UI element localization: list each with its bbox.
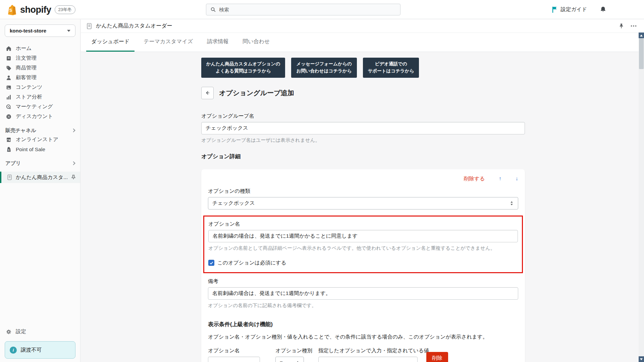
sidebar-item-products[interactable]: 商品管理 (0, 63, 80, 73)
tab-dashboard[interactable]: ダッシュボード (86, 33, 135, 52)
note-help: オプションの名前の下に記載される備考欄です。 (208, 302, 518, 309)
delete-option-link[interactable]: 削除する (464, 175, 485, 182)
required-option-checkbox-row[interactable]: このオプションは必須にする (208, 259, 518, 266)
transfer-status-banner: i 譲渡不可 (5, 341, 75, 359)
person-icon (5, 75, 12, 81)
move-up-link[interactable]: ↑ (499, 176, 502, 182)
back-button[interactable] (201, 87, 214, 99)
condition-row: オプション名 オプション種別 = 指定したオプションで入力・指定されている値 (208, 347, 518, 362)
topbar-actions: 設定ガイド (552, 0, 606, 19)
display-conditions-heading: 表示条件(上級者向け機能) (208, 321, 518, 328)
video-support-link-button[interactable]: ビデオ通話での サポートはコチラから (363, 58, 419, 78)
condition-name-input[interactable] (208, 357, 260, 362)
sidebar-item-orders[interactable]: 注文管理 (0, 53, 80, 63)
image-icon (5, 84, 12, 90)
scrollbar-thumb[interactable] (639, 38, 644, 69)
option-details-heading: オプション詳細 (201, 153, 525, 160)
page-title: オプショングループ追加 (219, 88, 294, 98)
search-bar[interactable] (206, 4, 400, 15)
vertical-scrollbar[interactable] (639, 33, 644, 362)
app-header: かんたん商品カスタムオーダー (81, 19, 644, 33)
tab-contact[interactable]: 問い合わせ (237, 33, 275, 52)
page-title-row: オプショングループ追加 (201, 87, 525, 99)
search-icon (210, 7, 216, 12)
shopify-bag-icon: S (7, 4, 17, 15)
contact-form-link-button[interactable]: メッセージフォームからの お問い合わせはコチラから (291, 58, 357, 78)
info-icon: i (10, 347, 17, 354)
checkbox-checked-icon[interactable] (208, 260, 214, 266)
more-options-icon[interactable] (631, 25, 637, 27)
storefront-icon (5, 137, 12, 143)
tab-theme-customize[interactable]: テーマカスタマイズ (139, 33, 198, 52)
tab-bar: ダッシュボード テーマカスタマイズ 請求情報 問い合わせ (81, 33, 644, 52)
pin-icon[interactable] (71, 175, 76, 180)
note-input[interactable] (208, 287, 518, 300)
app-document-icon (7, 174, 12, 180)
tab-billing[interactable]: 請求情報 (202, 33, 233, 52)
move-down-link[interactable]: ↓ (516, 176, 518, 182)
sidebar-item-settings[interactable]: 設定 (0, 327, 80, 337)
sidebar-item-pos[interactable]: S Point of Sale (0, 144, 80, 154)
condition-value-label: 指定したオプションで入力・指定されている値 (318, 347, 418, 354)
flag-icon (552, 6, 557, 13)
sidebar-nav: ホーム 注文管理 商品管理 顧客管理 コンテンツ ストア分析 マーケティング (0, 44, 80, 121)
app-title: かんたん商品カスタムオーダー (96, 22, 615, 29)
target-icon (5, 104, 12, 110)
sidebar-item-content[interactable]: コンテンツ (0, 82, 80, 92)
scroll-up-button[interactable] (639, 33, 644, 38)
sidebar-item-online-store[interactable]: オンラインストア (0, 135, 80, 144)
sidebar-item-marketing[interactable]: マーケティング (0, 102, 80, 112)
option-name-help: オプションの名前として商品詳細ページへ表示されるラベルです。他で使われているオプ… (208, 245, 518, 251)
option-type-field: オプションの種類 チェックボックス (208, 188, 518, 209)
scroll-down-button[interactable] (639, 356, 644, 362)
chevron-right-icon (71, 161, 75, 165)
sidebar-item-analytics[interactable]: ストア分析 (0, 92, 80, 102)
sidebar-item-discounts[interactable]: ディスカウント (0, 112, 80, 121)
triangle-down-icon (640, 358, 643, 360)
triangle-up-icon (640, 35, 643, 37)
discount-icon (5, 114, 12, 120)
home-icon (5, 46, 12, 52)
chevron-right-icon (71, 128, 75, 132)
app-document-icon (86, 23, 92, 29)
option-group-name-input[interactable] (201, 122, 525, 134)
gear-icon (5, 329, 12, 335)
condition-delete-button[interactable]: 削除 (426, 352, 448, 362)
setup-guide-link[interactable]: 設定ガイド (552, 6, 587, 13)
transfer-status-label: 譲渡不可 (21, 347, 42, 354)
pos-bag-icon: S (5, 146, 12, 153)
apps-header[interactable]: アプリ (0, 159, 80, 168)
faq-link-button[interactable]: かんたん商品カスタムオプションの よくある質問はコチラから (201, 58, 285, 78)
condition-name-label: オプション名 (208, 347, 260, 354)
svg-text:S: S (8, 148, 9, 152)
condition-value-input[interactable] (318, 357, 418, 362)
store-name: kono-test-store (10, 28, 46, 34)
sidebar: kono-test-store ホーム 注文管理 商品管理 顧客管理 コンテンツ… (0, 19, 80, 362)
select-updown-icon (296, 361, 300, 362)
quick-links-row: かんたん商品カスタムオプションの よくある質問はコチラから メッセージフォームか… (201, 58, 525, 78)
sidebar-item-customers[interactable]: 顧客管理 (0, 73, 80, 82)
option-group-name-help: オプショングループ名はユーザには表示されません。 (201, 137, 525, 143)
orders-icon (5, 55, 12, 61)
shopify-logo[interactable]: S shopify 23年冬 (7, 4, 75, 15)
option-name-input[interactable] (208, 230, 518, 242)
store-selector[interactable]: kono-test-store (5, 24, 75, 37)
tag-icon (5, 65, 12, 71)
shopify-wordmark: shopify (20, 5, 51, 15)
version-badge: 23年冬 (55, 5, 75, 14)
sales-channels-header[interactable]: 販売チャネル (0, 126, 80, 135)
main-area: かんたん商品カスタムオーダー ダッシュボード テーマカスタマイズ 請求情報 問い… (81, 19, 644, 362)
required-option-label: このオプションは必須にする (217, 259, 286, 266)
notifications-bell-icon[interactable] (600, 6, 606, 13)
sidebar-item-app-custom-order[interactable]: かんたん商品カスタ... (0, 172, 80, 183)
pin-icon[interactable] (619, 23, 624, 29)
select-updown-icon (509, 201, 514, 206)
option-type-label: オプションの種類 (208, 188, 518, 195)
card-actions: 削除する ↑ ↓ (208, 175, 518, 182)
option-type-select[interactable]: チェックボックス (208, 197, 518, 209)
search-input[interactable] (219, 7, 396, 12)
note-field: 備考 オプションの名前の下に記載される備考欄です。 (208, 278, 518, 309)
sidebar-item-home[interactable]: ホーム (0, 44, 80, 53)
bar-chart-icon (5, 94, 12, 100)
condition-operator-select[interactable]: = (275, 357, 304, 362)
